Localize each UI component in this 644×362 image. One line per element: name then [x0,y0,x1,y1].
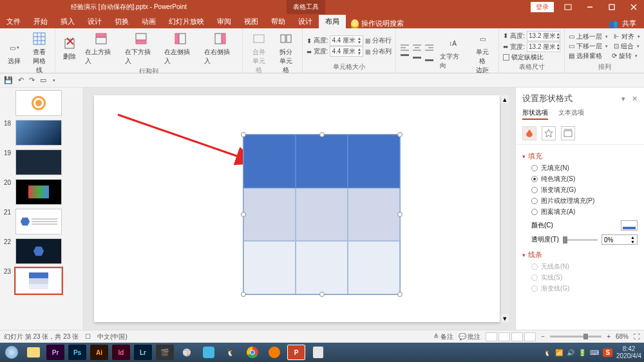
rotate-icon[interactable]: ⟳ [612,52,617,59]
cell-height-input[interactable]: 4.4 厘米▲▼ [330,35,363,46]
resize-handle[interactable] [397,292,402,297]
reading-view-icon[interactable] [511,332,523,341]
slide-thumb[interactable] [15,149,62,175]
tray-keyboard-icon[interactable]: ⌨ [590,349,599,356]
slide-thumb[interactable] [15,120,62,146]
send-backward-icon[interactable]: ▭ [569,43,574,50]
tray-battery-icon[interactable]: 🔋 [578,349,586,356]
resize-handle[interactable] [241,212,246,217]
minimize-icon[interactable] [580,1,600,14]
vertical-scrollbar[interactable]: ▴▾ [500,95,509,322]
ribbon-display-options-icon[interactable] [558,1,578,14]
pane-tab-shape[interactable]: 形状选项 [522,108,548,120]
slide-thumb[interactable] [15,209,62,234]
chrome-icon[interactable] [243,345,261,360]
tray-s-icon[interactable]: S [603,348,612,357]
cell-margins-button[interactable]: ▭单元格 边距 [471,30,495,76]
tab-table-design[interactable]: 设计 [292,15,319,28]
resize-handle[interactable] [319,132,325,137]
merge-cells-button[interactable]: 合并 单元格 [247,30,271,76]
close-icon[interactable] [623,1,644,14]
radio-pattern-fill[interactable] [531,209,538,215]
slide-canvas[interactable] [94,95,500,322]
table-shape[interactable] [243,134,401,295]
powerpoint-icon[interactable]: P [287,345,305,360]
fit-to-window-icon[interactable]: ⛶ [634,333,640,340]
tab-transitions[interactable]: 切换 [108,15,135,28]
normal-view-icon[interactable] [486,332,497,341]
notes-button[interactable]: ≜ 备注 [433,332,453,341]
align-top-icon[interactable] [400,53,410,62]
insert-above-button[interactable]: 在上方插入 [82,30,119,67]
start-slideshow-icon[interactable]: ▭ [40,76,46,84]
align-left-icon[interactable] [400,44,410,53]
pane-tab-text[interactable]: 文本选项 [558,108,584,120]
save-icon[interactable]: 💾 [4,76,13,84]
effects-icon[interactable] [542,126,556,140]
radio-no-fill[interactable] [531,165,538,171]
slide-thumb[interactable] [15,238,62,264]
tell-me-input[interactable]: 操作说明搜索 [361,19,404,28]
select-button[interactable]: ▭▾选择 [4,39,24,67]
tab-review[interactable]: 审阅 [211,15,238,28]
lock-aspect-checkbox[interactable] [503,54,509,61]
pane-dropdown-icon[interactable]: ▾ [621,95,625,103]
table-width-input[interactable]: 13.2 厘米▲▼ [527,42,560,52]
radio-solid-fill[interactable] [531,176,538,182]
video-app-icon[interactable]: 🎬 [156,345,174,360]
orange-app-icon[interactable] [265,345,283,360]
section-line[interactable]: 线条 [522,250,638,260]
section-fill[interactable]: 填充 [522,151,638,161]
taskbar-clock[interactable]: 8:42 2020/4/4 [616,345,641,359]
align-right-icon[interactable] [424,44,435,53]
tab-insert[interactable]: 插入 [54,15,81,28]
comments-button[interactable]: 💬 批注 [459,332,481,341]
tab-view[interactable]: 视图 [238,15,265,28]
size-properties-icon[interactable] [561,126,575,140]
resize-handle[interactable] [397,212,402,217]
text-direction-button[interactable]: ↕A文字方向 [437,34,468,71]
tray-network-icon[interactable]: 📶 [555,349,563,356]
slide-thumbnails[interactable]: 18 19 20 21 22 23 [0,88,84,330]
insert-right-button[interactable]: 在右侧插入 [202,30,238,67]
illustrator-icon[interactable]: Ai [90,345,108,360]
zoom-out-icon[interactable]: − [541,333,545,340]
share-button[interactable]: 共享 [622,19,636,28]
undo-icon[interactable]: ↶ [18,76,24,84]
resize-handle[interactable] [319,292,325,297]
group-objects-icon[interactable]: ⊡ [614,43,619,50]
view-gridlines-button[interactable]: 查看 网格线 [27,30,51,76]
tray-volume-icon[interactable]: 🔊 [567,349,574,356]
selection-pane-icon[interactable]: ▤ [569,52,574,59]
align-middle-icon[interactable] [412,53,422,62]
resize-handle[interactable] [397,132,402,137]
tab-layout[interactable]: 布局 [319,15,346,28]
fill-and-line-icon[interactable] [522,126,536,140]
qq-icon[interactable]: 🐧 [222,345,240,360]
radio-solid-line[interactable] [531,274,538,281]
distribute-rows-icon[interactable]: ⊞ [365,37,370,44]
file-explorer-icon[interactable] [24,345,43,360]
notes-app-icon[interactable] [309,345,327,360]
resize-handle[interactable] [241,132,246,137]
slideshow-view-icon[interactable] [524,332,536,341]
maximize-icon[interactable] [601,1,622,14]
slide-thumb[interactable] [15,90,62,116]
insert-left-button[interactable]: 在左侧插入 [162,30,198,67]
redo-icon[interactable]: ↷ [29,76,35,84]
cell-width-input[interactable]: 4.4 厘米▲▼ [330,46,363,57]
tab-design[interactable]: 设计 [81,15,108,28]
slide-thumb[interactable] [15,179,62,205]
tab-file[interactable]: 文件 [0,15,27,28]
browser-icon[interactable] [3,345,21,360]
pane-close-icon[interactable]: ✕ [632,95,638,103]
radio-gradient-fill[interactable] [531,187,538,193]
tab-home[interactable]: 开始 [27,15,54,28]
photoshop-icon[interactable]: Ps [68,345,86,360]
insert-below-button[interactable]: 在下方插入 [122,30,159,67]
tab-slideshow[interactable]: 幻灯片放映 [162,15,211,28]
radio-picture-fill[interactable] [531,198,538,204]
accessibility-icon[interactable]: ☐ [85,333,91,340]
radio-gradient-line[interactable] [531,285,538,292]
indesign-icon[interactable]: Id [112,345,130,360]
